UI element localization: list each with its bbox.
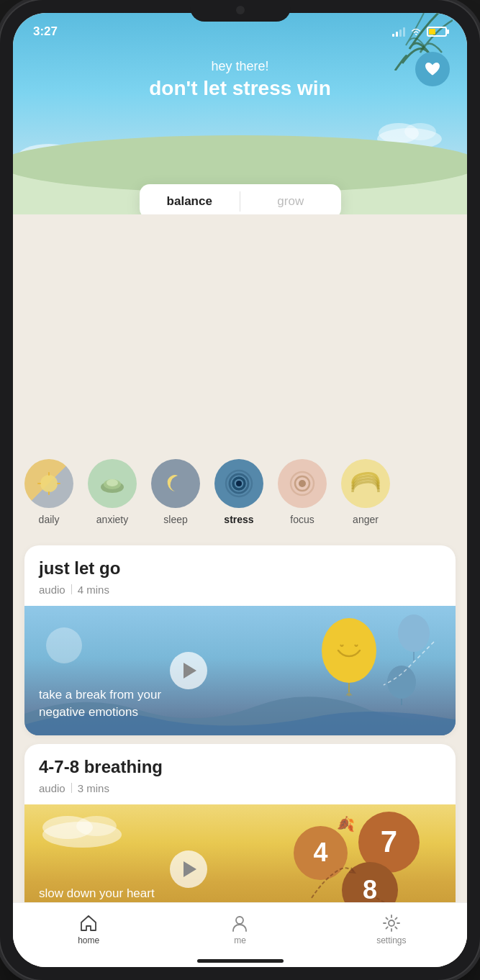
category-label-focus: focus	[290, 514, 314, 525]
play-triangle-icon-2	[184, 861, 196, 877]
status-time: 3:27	[33, 24, 58, 39]
card-header-just-let-go: just let go audio 4 mins	[24, 545, 456, 606]
anxiety-icon	[98, 471, 127, 496]
home-indicator	[197, 959, 284, 963]
svg-point-26	[236, 917, 243, 924]
category-focus[interactable]: focus	[278, 459, 327, 525]
card-header-breathing: 4-7-8 breathing audio 3 mins	[24, 744, 456, 804]
card-just-let-go[interactable]: just let go audio 4 mins	[24, 545, 456, 735]
wifi-icon	[409, 27, 422, 37]
category-label-daily: daily	[39, 514, 60, 525]
category-label-stress: stress	[224, 514, 253, 525]
svg-point-17	[322, 618, 376, 683]
nav-item-settings[interactable]: settings	[316, 914, 467, 945]
category-circle-anxiety	[88, 459, 137, 508]
card-meta-divider	[71, 584, 72, 594]
svg-point-16	[299, 480, 306, 487]
hero-title: don't let stress win	[13, 77, 467, 100]
nav-label-home: home	[78, 935, 99, 945]
card-title-breathing: 4-7-8 breathing	[39, 757, 441, 778]
card-type-just-let-go: audio	[39, 584, 65, 596]
hero-greeting: hey there!	[13, 59, 467, 74]
person-icon	[230, 914, 249, 933]
category-circle-focus	[278, 459, 327, 508]
card-meta-breathing: audio 3 mins	[39, 782, 441, 794]
tabs-container: balance grow	[140, 184, 341, 214]
nav-item-me[interactable]: me	[164, 914, 315, 945]
category-label-sleep: sleep	[163, 514, 187, 525]
nav-item-home[interactable]: home	[13, 914, 164, 945]
clouds-breathing	[39, 812, 125, 848]
category-circle-stress	[214, 459, 263, 508]
focus-icon	[287, 468, 317, 499]
card-type-breathing: audio	[39, 782, 65, 794]
svg-point-27	[389, 920, 394, 926]
nav-label-me: me	[234, 935, 246, 945]
svg-point-25	[76, 816, 117, 836]
category-circle-sleep	[151, 459, 200, 508]
phone-screen: 3:27	[13, 13, 467, 967]
svg-point-13	[236, 481, 242, 486]
balloon-circle-decoration	[46, 627, 82, 663]
tab-grow[interactable]: grow	[240, 184, 341, 214]
category-stress[interactable]: stress	[214, 459, 263, 525]
category-label-anger: anger	[353, 514, 379, 525]
nav-label-settings: settings	[376, 935, 406, 945]
tab-balance[interactable]: balance	[140, 184, 240, 214]
play-triangle-icon	[184, 663, 196, 679]
arrow-decoration	[304, 862, 362, 905]
settings-icon	[382, 914, 401, 933]
svg-point-5	[404, 123, 436, 140]
dashed-line-decoration	[369, 635, 441, 692]
card-image-just-let-go[interactable]: take a break from your negative emotions	[24, 606, 456, 735]
sleep-icon	[162, 470, 189, 497]
category-daily[interactable]: daily	[24, 459, 73, 525]
anger-icon	[350, 468, 381, 499]
stress-icon	[222, 467, 255, 500]
card-meta-divider-2	[71, 783, 72, 793]
battery-fill	[429, 29, 435, 35]
card-duration-just-let-go: 4 mins	[78, 584, 109, 596]
signal-icon	[392, 27, 405, 37]
category-circle-daily	[24, 459, 73, 508]
category-label-anxiety: anxiety	[96, 514, 128, 525]
categories-scroll[interactable]: daily anxiety	[13, 437, 467, 537]
bottom-nav: home me settings	[13, 902, 467, 967]
play-button-just-let-go[interactable]	[170, 652, 207, 689]
card-title-just-let-go: just let go	[39, 558, 441, 579]
heart-icon	[425, 62, 440, 76]
camera-dot	[236, 6, 245, 14]
leaf-decoration: 🍂	[337, 815, 355, 832]
hero-text: hey there! don't let stress win	[13, 45, 467, 100]
category-circle-anger	[341, 459, 390, 508]
home-icon	[79, 914, 98, 933]
category-anger[interactable]: anger	[341, 459, 390, 525]
card-duration-breathing: 3 mins	[78, 782, 109, 794]
main-content: daily anxiety	[13, 214, 467, 967]
favorite-button[interactable]	[415, 52, 450, 86]
svg-point-6	[40, 475, 58, 492]
status-icons	[392, 27, 447, 37]
card-meta-just-let-go: audio 4 mins	[39, 584, 441, 596]
category-anxiety[interactable]: anxiety	[88, 459, 137, 525]
daily-icon	[35, 469, 63, 498]
category-sleep[interactable]: sleep	[151, 459, 200, 525]
card-description-just-let-go: take a break from your negative emotions	[39, 686, 168, 721]
svg-point-9	[107, 479, 118, 486]
phone-frame: 3:27	[0, 0, 480, 980]
play-button-breathing[interactable]	[170, 850, 207, 888]
battery-icon	[427, 27, 447, 37]
